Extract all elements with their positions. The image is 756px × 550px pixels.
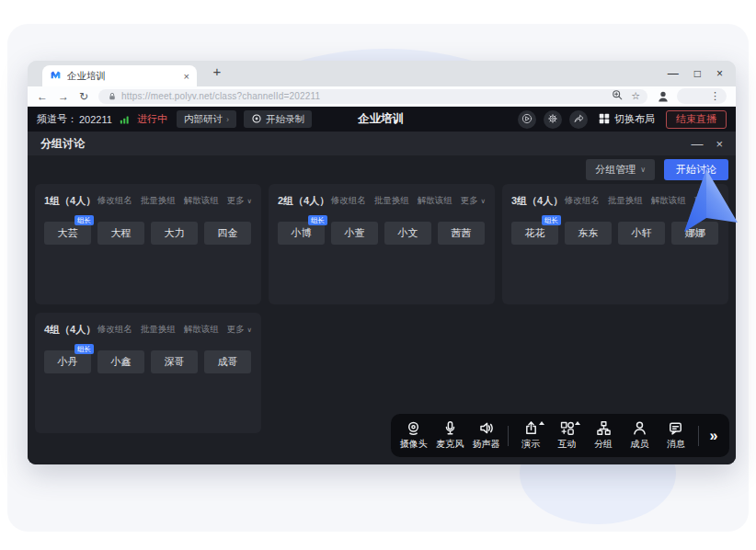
- leader-badge: 组长: [308, 215, 327, 225]
- member-chip[interactable]: 小鑫: [97, 350, 144, 373]
- member-chip[interactable]: 小丹组长: [44, 350, 91, 373]
- share-button[interactable]: [569, 110, 588, 129]
- channel-label: 频道号：: [37, 112, 77, 126]
- toolbar-item-member[interactable]: 成员: [622, 420, 658, 451]
- panel-header: 分组讨论 — ×: [28, 132, 736, 155]
- group-action[interactable]: 解散该组: [651, 195, 686, 207]
- member-chip[interactable]: 四金: [204, 222, 251, 245]
- tab-close-icon[interactable]: ×: [184, 71, 189, 82]
- browser-menu-button[interactable]: ⋮: [677, 88, 727, 104]
- member-chip[interactable]: 小文: [384, 222, 431, 245]
- member-name: 东东: [578, 226, 599, 240]
- toolbar-item-present[interactable]: 演示: [512, 420, 548, 451]
- reload-button[interactable]: ↻: [79, 90, 88, 103]
- member-chip[interactable]: 小萱: [331, 222, 378, 245]
- toolbar-item-group[interactable]: 分组: [585, 420, 621, 451]
- toolbar-item-interact[interactable]: 互动: [549, 420, 585, 451]
- present-icon: [523, 420, 539, 436]
- group-actions: 修改组名批量换组解散该组更多 ∨: [97, 195, 252, 207]
- member-name: 大程: [111, 226, 132, 240]
- toolbar-item-label: 互动: [558, 438, 577, 451]
- chevron-down-icon: ∨: [481, 197, 487, 205]
- start-record-button[interactable]: 开始录制: [244, 110, 312, 128]
- member-chip[interactable]: 小博组长: [278, 222, 325, 245]
- group-name: 3组（4人）: [511, 194, 563, 208]
- toolbar-expand-button[interactable]: »: [703, 428, 725, 444]
- member-chip[interactable]: 深哥: [151, 350, 198, 373]
- leader-badge: 组长: [74, 215, 94, 225]
- member-name: 小鑫: [111, 355, 132, 369]
- member-chip[interactable]: 茜茜: [438, 222, 485, 245]
- group-action[interactable]: 修改组名: [331, 195, 366, 207]
- settings-button[interactable]: [544, 110, 562, 129]
- group-action-more[interactable]: 更多 ∨: [227, 195, 252, 207]
- bookmark-star-icon[interactable]: ☆: [631, 90, 640, 102]
- member-chip[interactable]: 大芸组长: [44, 222, 91, 245]
- group-action[interactable]: 批量换组: [608, 195, 643, 207]
- zoom-icon[interactable]: [612, 88, 624, 105]
- record-icon: [251, 113, 262, 126]
- window-minimize-button[interactable]: —: [668, 67, 679, 80]
- group-action-more[interactable]: 更多 ∨: [461, 195, 486, 207]
- toolbar-item-label: 麦克风: [436, 438, 464, 451]
- panel-close-button[interactable]: ×: [716, 137, 723, 151]
- group-action[interactable]: 批量换组: [374, 195, 409, 207]
- member-name: 小丹: [58, 355, 78, 369]
- leader-badge: 组长: [542, 215, 561, 225]
- group-card: 1组（4人） 修改组名批量换组解散该组更多 ∨ 大芸组长大程大力四金: [35, 184, 261, 304]
- chevron-right-icon: ›: [226, 115, 229, 124]
- toolbar-item-mic[interactable]: 麦克风: [431, 420, 467, 451]
- toolbar-item-speaker[interactable]: 扬声器: [468, 420, 504, 451]
- interact-icon: [559, 420, 575, 436]
- group-action-more[interactable]: 更多 ∨: [227, 324, 252, 336]
- toolbar-item-message[interactable]: 消息: [658, 420, 693, 451]
- app-title: 企业培训: [358, 107, 404, 132]
- group-icon: [596, 420, 612, 436]
- group-action[interactable]: 批量换组: [141, 324, 176, 336]
- group-actions: 修改组名批量换组解散该组更多 ∨: [97, 324, 252, 336]
- group-action[interactable]: 解散该组: [184, 195, 219, 207]
- live-status: 进行中: [137, 112, 167, 126]
- window-maximize-button[interactable]: □: [694, 67, 701, 80]
- member-chip[interactable]: 成哥: [204, 350, 251, 373]
- profile-avatar-icon[interactable]: [657, 90, 670, 103]
- caret-up-icon: [539, 421, 544, 425]
- new-tab-button[interactable]: +: [208, 63, 226, 79]
- browser-tab[interactable]: 企业培训 ×: [42, 65, 197, 86]
- back-button[interactable]: ←: [37, 90, 48, 103]
- member-name: 花花: [525, 226, 545, 240]
- toolbar-item-label: 摄像头: [400, 438, 428, 451]
- gear-icon: [547, 111, 558, 128]
- member-chip[interactable]: 花花组长: [511, 222, 558, 245]
- kebab-menu-icon: ⋮: [710, 90, 720, 102]
- group-action[interactable]: 解散该组: [184, 324, 219, 336]
- group-action[interactable]: 修改组名: [97, 195, 132, 207]
- switch-layout-button[interactable]: 切换布局: [599, 112, 655, 126]
- playback-button[interactable]: [518, 110, 536, 129]
- group-action[interactable]: 修改组名: [565, 195, 600, 207]
- toolbar-item-camera[interactable]: 摄像头: [395, 420, 431, 451]
- member-icon: [632, 420, 647, 436]
- window-close-button[interactable]: ×: [716, 67, 723, 80]
- end-live-button[interactable]: 结束直播: [666, 110, 727, 129]
- group-action[interactable]: 批量换组: [141, 195, 176, 207]
- member-chip[interactable]: 大力: [151, 222, 198, 245]
- url-input[interactable]: https://meet.polyv.net/class?channelId=2…: [98, 89, 647, 104]
- toolbar-item-label: 消息: [667, 438, 685, 451]
- member-chip[interactable]: 大程: [97, 222, 144, 245]
- page: 企业培训 × + — □ × ← → ↻ https://meet.polyv.…: [0, 0, 756, 550]
- group-action[interactable]: 解散该组: [418, 195, 452, 207]
- start-record-label: 开始录制: [266, 113, 304, 126]
- forward-button[interactable]: →: [58, 90, 69, 103]
- group-action[interactable]: 修改组名: [97, 324, 132, 336]
- member-chip[interactable]: 小轩: [618, 222, 665, 245]
- group-name: 4组（4人）: [44, 323, 96, 337]
- bottom-toolbar: 摄像头麦克风扬声器演示互动分组成员消息»: [391, 414, 729, 457]
- internal-seminar-button[interactable]: 内部研讨 ›: [177, 110, 236, 128]
- group-manage-button[interactable]: 分组管理 ∨: [586, 159, 655, 180]
- url-text: https://meet.polyv.net/class?channelId=2…: [121, 91, 320, 101]
- member-chip[interactable]: 东东: [565, 222, 612, 245]
- member-name: 深哥: [165, 355, 185, 369]
- member-name: 四金: [218, 226, 238, 240]
- panel-minimize-button[interactable]: —: [691, 137, 703, 151]
